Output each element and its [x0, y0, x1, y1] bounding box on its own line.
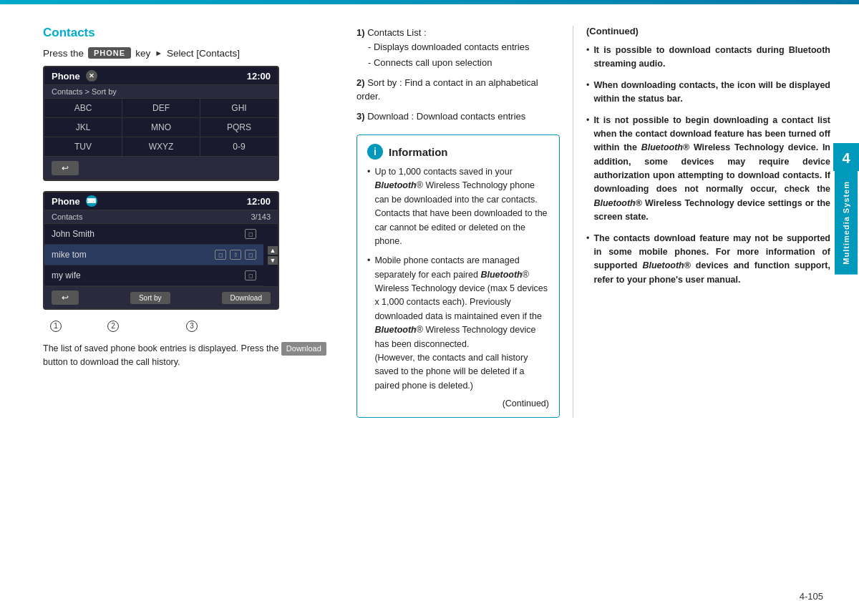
left-column: Contacts Press the PHONE key ► Select [C…	[43, 26, 344, 418]
chapter-number: 4	[833, 143, 859, 171]
grid-mno: MNO	[122, 118, 200, 137]
back-button-1[interactable]: ↩	[52, 161, 79, 175]
right-bullet-2: • When downloading contacts, the icon wi…	[586, 79, 830, 107]
contact-name-1: John Smith	[52, 229, 94, 239]
press-line: Press the PHONE key ► Select [Contacts]	[43, 47, 329, 59]
grid-abc: ABC	[44, 99, 122, 117]
contact-row-2: mike tom ◻ ⇧ ◻	[44, 245, 263, 265]
phone-time-1: 12:00	[247, 71, 271, 82]
continued-header: (Continued)	[586, 26, 830, 36]
key-text: key	[135, 48, 150, 59]
circle-1: 1	[50, 321, 62, 332]
circle-labels: 1 2 3	[43, 320, 329, 338]
download-inline-badge: Download	[281, 342, 326, 356]
info-bullet-1: • Up to 1,000 contacts saved in your Blu…	[367, 165, 549, 248]
sub-bullet-1a: - Displays downloaded contacts entries	[356, 40, 560, 54]
right-bullets: • It is possible to download contacts du…	[586, 44, 830, 287]
circle-3: 3	[186, 321, 198, 332]
description-text: The list of saved phone book entries is …	[43, 342, 329, 369]
contact-name-2: mike tom	[52, 250, 87, 260]
arrow-icon: ►	[155, 49, 162, 57]
phone-bottom-bar: ↩ Sort by Download	[44, 286, 278, 308]
numbered-item-1: 1) Contacts List : - Displays downloaded…	[356, 26, 560, 70]
numbered-item-2: 2) Sort by : Find a contact in an alphab…	[356, 76, 560, 104]
scroll-down[interactable]: ▼	[268, 256, 278, 265]
grid-def: DEF	[122, 99, 200, 117]
contact-icons-1: ◻	[245, 229, 256, 239]
phone-badge: PHONE	[88, 47, 131, 59]
bluetooth-icon-1: ✕	[86, 70, 97, 82]
phone-title-1: Phone	[52, 71, 80, 82]
grid-tuv: TUV	[44, 137, 122, 156]
contact-name-3: my wife	[52, 270, 81, 280]
section-title: Contacts	[43, 26, 329, 40]
grid-jkl: JKL	[44, 118, 122, 137]
right-bullet-3: • It is not possible to begin downloadin…	[586, 114, 830, 225]
numbered-item-3: 3) Download : Download contacts entries	[356, 109, 560, 124]
side-tab: 4 Multimedia System	[833, 143, 859, 275]
grid-wxyz: WXYZ	[122, 137, 200, 156]
contact-row-1: John Smith ◻	[44, 224, 263, 245]
contacts-list: John Smith ◻ mike tom ◻ ⇧ ◻	[44, 224, 278, 286]
contacts-label: Contacts	[52, 212, 82, 221]
phone-subheader-1: Contacts > Sort by	[44, 85, 278, 99]
page-number: 4-105	[800, 591, 823, 602]
phone-back-bar-1: ↩	[44, 157, 278, 180]
phone-header-2: Phone ⌨ 12:00	[44, 192, 278, 210]
contact-icon-box-4: ◻	[245, 270, 256, 280]
scroll-arrows: ▲ ▼	[268, 224, 278, 286]
contact-icons-2: ◻ ⇧ ◻	[215, 250, 256, 260]
contacts-count: 3/143	[251, 212, 271, 221]
phone-screen-2: Phone ⌨ 12:00 Contacts 3/143 John Smith …	[43, 191, 279, 310]
circle-2: 2	[107, 321, 119, 332]
select-text: Select [Contacts]	[167, 48, 240, 59]
phone-time-2: 12:00	[247, 196, 271, 207]
grid-pqrs: PQRS	[200, 118, 278, 137]
bluetooth-icon-2: ⌨	[86, 195, 97, 207]
download-button-screen[interactable]: Download	[222, 292, 271, 304]
info-icon: i	[367, 144, 383, 160]
info-title: Information	[389, 146, 448, 158]
contacts-subheader: Contacts 3/143	[44, 210, 278, 224]
phone-title-2: Phone	[52, 196, 80, 207]
sub-bullet-1b: - Connects call upon selection	[356, 56, 560, 70]
info-box-header: i Information	[367, 144, 549, 160]
scroll-up[interactable]: ▲	[268, 246, 278, 255]
grid-ghi: GHI	[200, 99, 278, 117]
chapter-label: Multimedia System	[835, 171, 858, 275]
right-bullet-1: • It is possible to download contacts du…	[586, 44, 830, 72]
contact-icon-box-3: ◻	[245, 250, 256, 260]
back-button-2[interactable]: ↩	[52, 290, 79, 305]
information-box: i Information • Up to 1,000 contacts sav…	[356, 135, 560, 418]
contact-icon-box-2: ◻	[215, 250, 226, 260]
press-text: Press the	[43, 48, 84, 59]
right-column: (Continued) • It is possible to download…	[573, 26, 830, 418]
phone-screen-1: Phone ✕ 12:00 Contacts > Sort by ABC DEF…	[43, 66, 279, 181]
contact-row-3: my wife ◻	[44, 265, 263, 286]
right-bullet-4: • The contacts download feature may not …	[586, 232, 830, 288]
contact-icon-upload: ⇧	[230, 250, 241, 260]
sort-by-button[interactable]: Sort by	[130, 292, 170, 304]
info-bullet-2: • Mobile phone contacts are managed sepa…	[367, 254, 549, 393]
phone-grid: ABC DEF GHI JKL MNO PQRS TUV WXYZ 0-9	[44, 99, 278, 157]
phone-header-1: Phone ✕ 12:00	[44, 67, 278, 85]
continued-mid: (Continued)	[367, 399, 549, 409]
middle-column: 1) Contacts List : - Displays downloaded…	[344, 26, 573, 418]
contact-icons-3: ◻	[245, 270, 256, 280]
numbered-list: 1) Contacts List : - Displays downloaded…	[356, 26, 560, 123]
contact-icon-box: ◻	[245, 229, 256, 239]
grid-09: 0-9	[200, 137, 278, 156]
